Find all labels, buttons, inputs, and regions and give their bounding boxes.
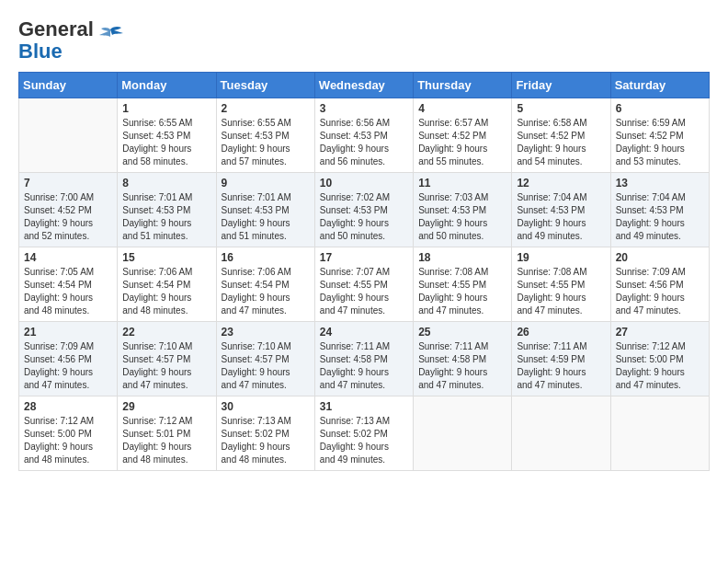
calendar-week-row: 28Sunrise: 7:12 AM Sunset: 5:00 PM Dayli… xyxy=(19,396,710,471)
day-info: Sunrise: 6:58 AM Sunset: 4:52 PM Dayligh… xyxy=(517,117,605,168)
day-info: Sunrise: 6:56 AM Sunset: 4:53 PM Dayligh… xyxy=(320,117,408,168)
day-info: Sunrise: 7:05 AM Sunset: 4:54 PM Dayligh… xyxy=(24,266,112,317)
day-number: 22 xyxy=(122,326,210,339)
calendar-cell: 24Sunrise: 7:11 AM Sunset: 4:58 PM Dayli… xyxy=(314,322,413,396)
calendar-cell: 26Sunrise: 7:11 AM Sunset: 4:59 PM Dayli… xyxy=(512,322,610,396)
day-info: Sunrise: 7:13 AM Sunset: 5:02 PM Dayligh… xyxy=(320,415,408,466)
calendar-cell: 13Sunrise: 7:04 AM Sunset: 4:53 PM Dayli… xyxy=(610,173,709,247)
day-info: Sunrise: 7:00 AM Sunset: 4:52 PM Dayligh… xyxy=(24,191,112,243)
calendar-cell xyxy=(610,396,709,471)
day-number: 23 xyxy=(222,326,310,339)
day-number: 19 xyxy=(517,251,605,264)
calendar-cell: 21Sunrise: 7:09 AM Sunset: 4:56 PM Dayli… xyxy=(19,322,118,396)
day-number: 6 xyxy=(616,102,704,115)
day-of-week-header: Sunday xyxy=(19,73,118,98)
calendar-cell: 29Sunrise: 7:12 AM Sunset: 5:01 PM Dayli… xyxy=(118,396,216,471)
page-header: General Blue xyxy=(18,18,710,63)
day-number: 14 xyxy=(24,251,112,264)
day-number: 26 xyxy=(517,326,605,339)
day-number: 18 xyxy=(418,251,506,264)
calendar-cell: 8Sunrise: 7:01 AM Sunset: 4:53 PM Daylig… xyxy=(118,173,216,247)
day-info: Sunrise: 7:12 AM Sunset: 5:00 PM Dayligh… xyxy=(616,340,704,392)
day-number: 30 xyxy=(222,400,310,413)
day-info: Sunrise: 7:10 AM Sunset: 4:57 PM Dayligh… xyxy=(222,340,310,392)
day-info: Sunrise: 7:12 AM Sunset: 5:00 PM Dayligh… xyxy=(24,415,112,466)
day-info: Sunrise: 7:06 AM Sunset: 4:54 PM Dayligh… xyxy=(122,266,210,317)
day-number: 9 xyxy=(222,177,310,190)
calendar-cell: 20Sunrise: 7:09 AM Sunset: 4:56 PM Dayli… xyxy=(610,247,709,322)
day-number: 1 xyxy=(122,102,210,115)
calendar-cell: 25Sunrise: 7:11 AM Sunset: 4:58 PM Dayli… xyxy=(414,322,512,396)
day-of-week-header: Thursday xyxy=(414,73,512,98)
calendar-table: SundayMondayTuesdayWednesdayThursdayFrid… xyxy=(18,72,710,471)
day-number: 2 xyxy=(222,102,310,115)
day-number: 16 xyxy=(222,251,310,264)
day-of-week-header: Saturday xyxy=(610,73,709,98)
calendar-cell: 3Sunrise: 6:56 AM Sunset: 4:53 PM Daylig… xyxy=(314,98,413,173)
day-of-week-header: Monday xyxy=(118,73,216,98)
calendar-cell: 31Sunrise: 7:13 AM Sunset: 5:02 PM Dayli… xyxy=(314,396,413,471)
calendar-week-row: 7Sunrise: 7:00 AM Sunset: 4:52 PM Daylig… xyxy=(19,173,710,247)
calendar-cell xyxy=(414,396,512,471)
calendar-cell xyxy=(512,396,610,471)
day-number: 5 xyxy=(517,102,605,115)
calendar-cell: 7Sunrise: 7:00 AM Sunset: 4:52 PM Daylig… xyxy=(19,173,118,247)
day-number: 13 xyxy=(616,177,704,190)
calendar-cell: 4Sunrise: 6:57 AM Sunset: 4:52 PM Daylig… xyxy=(414,98,512,173)
day-info: Sunrise: 7:01 AM Sunset: 4:53 PM Dayligh… xyxy=(122,191,210,243)
calendar-cell: 9Sunrise: 7:01 AM Sunset: 4:53 PM Daylig… xyxy=(216,173,314,247)
day-of-week-header: Wednesday xyxy=(314,73,413,98)
calendar-cell xyxy=(19,98,118,173)
calendar-cell: 15Sunrise: 7:06 AM Sunset: 4:54 PM Dayli… xyxy=(118,247,216,322)
day-number: 7 xyxy=(24,177,112,190)
day-info: Sunrise: 6:59 AM Sunset: 4:52 PM Dayligh… xyxy=(616,117,704,168)
day-number: 3 xyxy=(320,102,408,115)
day-of-week-header: Friday xyxy=(512,73,610,98)
day-number: 25 xyxy=(418,326,506,339)
calendar-week-row: 21Sunrise: 7:09 AM Sunset: 4:56 PM Dayli… xyxy=(19,322,710,396)
calendar-week-row: 14Sunrise: 7:05 AM Sunset: 4:54 PM Dayli… xyxy=(19,247,710,322)
logo: General Blue xyxy=(18,18,123,63)
calendar-cell: 19Sunrise: 7:08 AM Sunset: 4:55 PM Dayli… xyxy=(512,247,610,322)
day-number: 11 xyxy=(418,177,506,190)
calendar-cell: 30Sunrise: 7:13 AM Sunset: 5:02 PM Dayli… xyxy=(216,396,314,471)
day-number: 27 xyxy=(616,326,704,339)
calendar-cell: 11Sunrise: 7:03 AM Sunset: 4:53 PM Dayli… xyxy=(414,173,512,247)
day-of-week-header: Tuesday xyxy=(216,73,314,98)
calendar-cell: 5Sunrise: 6:58 AM Sunset: 4:52 PM Daylig… xyxy=(512,98,610,173)
day-info: Sunrise: 7:07 AM Sunset: 4:55 PM Dayligh… xyxy=(320,266,408,317)
calendar-cell: 12Sunrise: 7:04 AM Sunset: 4:53 PM Dayli… xyxy=(512,173,610,247)
day-info: Sunrise: 7:09 AM Sunset: 4:56 PM Dayligh… xyxy=(616,266,704,317)
calendar-week-row: 1Sunrise: 6:55 AM Sunset: 4:53 PM Daylig… xyxy=(19,98,710,173)
day-info: Sunrise: 7:08 AM Sunset: 4:55 PM Dayligh… xyxy=(418,266,506,317)
calendar-cell: 27Sunrise: 7:12 AM Sunset: 5:00 PM Dayli… xyxy=(610,322,709,396)
day-number: 24 xyxy=(320,326,408,339)
calendar-cell: 18Sunrise: 7:08 AM Sunset: 4:55 PM Dayli… xyxy=(414,247,512,322)
day-number: 12 xyxy=(517,177,605,190)
day-info: Sunrise: 7:12 AM Sunset: 5:01 PM Dayligh… xyxy=(122,415,210,466)
day-info: Sunrise: 7:03 AM Sunset: 4:53 PM Dayligh… xyxy=(418,191,506,243)
day-info: Sunrise: 7:08 AM Sunset: 4:55 PM Dayligh… xyxy=(517,266,605,317)
calendar-cell: 17Sunrise: 7:07 AM Sunset: 4:55 PM Dayli… xyxy=(314,247,413,322)
day-number: 31 xyxy=(320,400,408,413)
day-info: Sunrise: 7:13 AM Sunset: 5:02 PM Dayligh… xyxy=(222,415,310,466)
day-info: Sunrise: 7:11 AM Sunset: 4:59 PM Dayligh… xyxy=(517,340,605,392)
day-info: Sunrise: 6:57 AM Sunset: 4:52 PM Dayligh… xyxy=(418,117,506,168)
calendar-cell: 1Sunrise: 6:55 AM Sunset: 4:53 PM Daylig… xyxy=(118,98,216,173)
day-number: 29 xyxy=(122,400,210,413)
calendar-cell: 23Sunrise: 7:10 AM Sunset: 4:57 PM Dayli… xyxy=(216,322,314,396)
logo-general: General xyxy=(18,17,94,40)
day-info: Sunrise: 7:11 AM Sunset: 4:58 PM Dayligh… xyxy=(320,340,408,392)
calendar-cell: 16Sunrise: 7:06 AM Sunset: 4:54 PM Dayli… xyxy=(216,247,314,322)
day-number: 10 xyxy=(320,177,408,190)
logo-blue: Blue xyxy=(18,40,63,63)
day-info: Sunrise: 7:04 AM Sunset: 4:53 PM Dayligh… xyxy=(517,191,605,243)
calendar-cell: 14Sunrise: 7:05 AM Sunset: 4:54 PM Dayli… xyxy=(19,247,118,322)
day-number: 4 xyxy=(418,102,506,115)
day-info: Sunrise: 7:02 AM Sunset: 4:53 PM Dayligh… xyxy=(320,191,408,243)
day-number: 21 xyxy=(24,326,112,339)
calendar-cell: 22Sunrise: 7:10 AM Sunset: 4:57 PM Dayli… xyxy=(118,322,216,396)
day-info: Sunrise: 6:55 AM Sunset: 4:53 PM Dayligh… xyxy=(222,117,310,168)
day-number: 20 xyxy=(616,251,704,264)
day-info: Sunrise: 6:55 AM Sunset: 4:53 PM Dayligh… xyxy=(122,117,210,168)
